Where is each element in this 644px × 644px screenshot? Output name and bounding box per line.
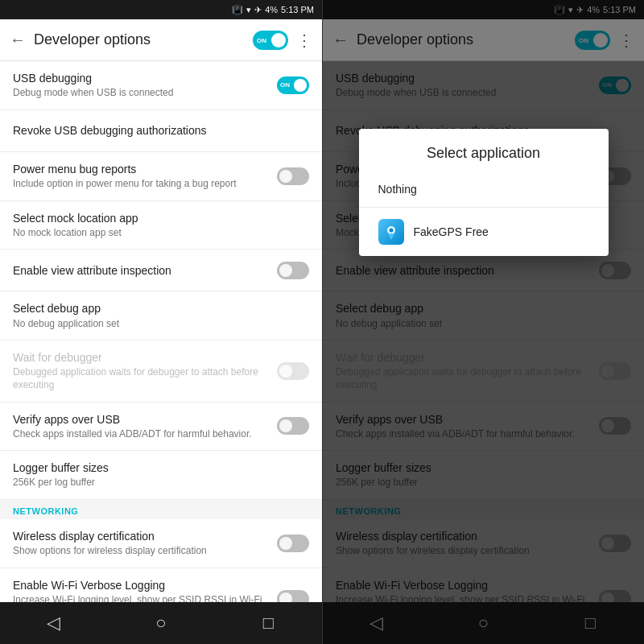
svg-marker-2 bbox=[388, 233, 394, 240]
wifi-verbose-subtitle-left: Increase Wi-Fi logging level, show per S… bbox=[13, 594, 269, 602]
dialog-nothing-item[interactable]: Nothing bbox=[359, 171, 609, 207]
revoke-usb-item-left[interactable]: Revoke USB debugging authorizations bbox=[0, 110, 322, 152]
networking-section-left: NETWORKING bbox=[0, 500, 322, 519]
toggle-thumb bbox=[271, 33, 286, 47]
usb-debugging-text-left: USB debugging Debug mode when USB is con… bbox=[13, 71, 277, 100]
wait-debugger-subtitle-left: Debugged application waits for debugger … bbox=[13, 366, 269, 391]
left-panel: 📳 ▾ ✈ 4% 5:13 PM ← Developer options ON … bbox=[0, 0, 322, 644]
recent-nav-left[interactable]: □ bbox=[244, 607, 292, 639]
verify-apps-item-left[interactable]: Verify apps over USB Check apps installe… bbox=[0, 402, 322, 452]
logger-buffer-subtitle-left: 256K per log buffer bbox=[13, 477, 301, 489]
debug-app-item-left[interactable]: Select debug app No debug application se… bbox=[0, 291, 322, 341]
wait-debugger-text-left: Wait for debugger Debugged application w… bbox=[13, 350, 277, 391]
wireless-cert-subtitle-left: Show options for wireless display certif… bbox=[13, 545, 269, 558]
home-nav-left[interactable]: ○ bbox=[137, 607, 185, 639]
wireless-cert-item-left[interactable]: Wireless display certification Show opti… bbox=[0, 519, 322, 568]
power-menu-title-left: Power menu bug reports bbox=[13, 162, 269, 176]
time-left: 5:13 PM bbox=[281, 5, 314, 14]
revoke-usb-text-left: Revoke USB debugging authorizations bbox=[13, 123, 309, 138]
back-button-left[interactable]: ← bbox=[10, 31, 26, 49]
wifi-verbose-toggle-left[interactable] bbox=[277, 590, 309, 602]
debug-app-text-left: Select debug app No debug application se… bbox=[13, 301, 309, 330]
view-attribute-item-left[interactable]: Enable view attribute inspection bbox=[0, 250, 322, 291]
toolbar-left: ← Developer options ON ⋮ bbox=[0, 19, 322, 61]
wifi-verbose-item-left[interactable]: Enable Wi-Fi Verbose Logging Increase Wi… bbox=[0, 568, 322, 602]
fakegps-icon bbox=[378, 219, 404, 245]
wifi-verbose-text-left: Enable Wi-Fi Verbose Logging Increase Wi… bbox=[13, 578, 277, 602]
wireless-cert-title-left: Wireless display certification bbox=[13, 529, 269, 543]
wifi-icon: ▾ bbox=[246, 5, 251, 15]
back-nav-left[interactable]: ◁ bbox=[30, 607, 78, 639]
select-application-dialog: Select application Nothing FakeGPS Free bbox=[359, 129, 609, 256]
wait-debugger-toggle-left bbox=[277, 362, 309, 380]
power-menu-item-left[interactable]: Power menu bug reports Include option in… bbox=[0, 152, 322, 201]
bottom-nav-left: ◁ ○ □ bbox=[0, 602, 322, 644]
wait-debugger-item-left: Wait for debugger Debugged application w… bbox=[0, 341, 322, 402]
more-button-left[interactable]: ⋮ bbox=[296, 31, 312, 50]
view-attribute-title-left: Enable view attribute inspection bbox=[13, 263, 269, 278]
wifi-verbose-title-left: Enable Wi-Fi Verbose Logging bbox=[13, 578, 269, 592]
verify-apps-toggle-left[interactable] bbox=[277, 417, 309, 435]
view-attribute-text-left: Enable view attribute inspection bbox=[13, 263, 277, 278]
usb-debugging-subtitle-left: Debug mode when USB is connected bbox=[13, 87, 269, 100]
svg-point-1 bbox=[389, 229, 393, 233]
dialog-overlay[interactable]: Select application Nothing FakeGPS Free bbox=[323, 0, 644, 644]
verify-apps-subtitle-left: Check apps installed via ADB/ADT for har… bbox=[13, 428, 269, 441]
debug-app-subtitle-left: No debug application set bbox=[13, 318, 301, 331]
power-menu-toggle-left[interactable] bbox=[277, 167, 309, 185]
master-toggle-left[interactable]: ON bbox=[253, 31, 288, 50]
battery-left: 4% bbox=[265, 5, 278, 14]
mock-location-item-left[interactable]: Select mock location app No mock locatio… bbox=[0, 201, 322, 250]
settings-scroll-left[interactable]: USB debugging Debug mode when USB is con… bbox=[0, 61, 322, 602]
wait-debugger-title-left: Wait for debugger bbox=[13, 350, 269, 365]
wireless-cert-text-left: Wireless display certification Show opti… bbox=[13, 529, 277, 558]
master-toggle-switch-left[interactable] bbox=[253, 31, 288, 50]
usb-debugging-title-left: USB debugging bbox=[13, 71, 269, 85]
airplane-icon: ✈ bbox=[254, 5, 262, 15]
mock-location-text-left: Select mock location app No mock locatio… bbox=[13, 211, 309, 240]
dialog-title: Select application bbox=[359, 129, 609, 171]
wireless-cert-toggle-left[interactable] bbox=[277, 535, 309, 552]
logger-buffer-item-left[interactable]: Logger buffer sizes 256K per log buffer bbox=[0, 451, 322, 500]
fakegps-label: FakeGPS Free bbox=[414, 225, 489, 238]
verify-apps-title-left: Verify apps over USB bbox=[13, 412, 269, 427]
nothing-label: Nothing bbox=[378, 183, 417, 196]
usb-debugging-item-left[interactable]: USB debugging Debug mode when USB is con… bbox=[0, 61, 322, 110]
revoke-usb-title-left: Revoke USB debugging authorizations bbox=[13, 123, 301, 138]
status-bar-left: 📳 ▾ ✈ 4% 5:13 PM bbox=[0, 0, 322, 19]
view-attribute-toggle-left[interactable] bbox=[277, 262, 309, 279]
dialog-fakegps-item[interactable]: FakeGPS Free bbox=[359, 207, 609, 256]
logger-buffer-title-left: Logger buffer sizes bbox=[13, 460, 301, 475]
power-menu-text-left: Power menu bug reports Include option in… bbox=[13, 162, 277, 191]
mock-location-subtitle-left: No mock location app set bbox=[13, 227, 301, 240]
mock-location-title-left: Select mock location app bbox=[13, 211, 301, 225]
debug-app-title-left: Select debug app bbox=[13, 301, 301, 316]
right-panel: 📳 ▾ ✈ 4% 5:13 PM ← Developer options ON … bbox=[322, 0, 644, 644]
logger-buffer-text-left: Logger buffer sizes 256K per log buffer bbox=[13, 460, 309, 489]
power-menu-subtitle-left: Include option in power menu for taking … bbox=[13, 178, 269, 191]
toolbar-title-left: Developer options bbox=[34, 31, 245, 48]
verify-apps-text-left: Verify apps over USB Check apps installe… bbox=[13, 412, 277, 441]
vibrate-icon: 📳 bbox=[232, 5, 243, 15]
usb-debugging-toggle-left[interactable] bbox=[277, 76, 309, 94]
